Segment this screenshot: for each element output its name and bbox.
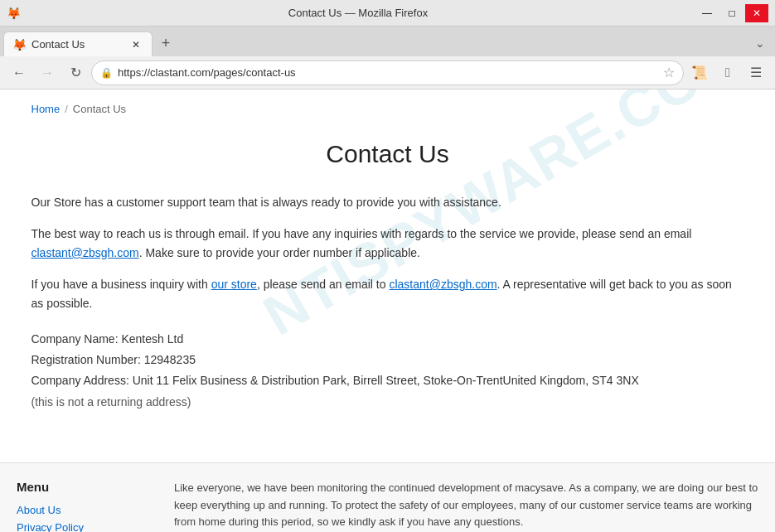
window-title: Contact Us — Mozilla Firefox xyxy=(21,7,695,19)
address-note: (this is not a returning address) xyxy=(31,392,744,413)
url-input[interactable] xyxy=(118,66,658,79)
security-icon: 🔒 xyxy=(100,67,113,79)
registration-row: Registration Number: 12948235 xyxy=(31,350,744,370)
business-paragraph-text-1: If you have a business inquiry with xyxy=(31,278,211,291)
company-info: Company Name: Kentesh Ltd Registration N… xyxy=(31,329,744,413)
maximize-button[interactable]: □ xyxy=(720,4,744,22)
business-paragraph-text-2: , please send an email to xyxy=(257,278,390,291)
tabbar: 🦊 Contact Us ✕ + ⌄ xyxy=(0,27,775,56)
firefox-icon: 🦊 xyxy=(7,7,21,20)
tab-list-button[interactable]: ⌄ xyxy=(748,31,772,55)
pocket-button[interactable]: 📜 xyxy=(687,60,712,85)
breadcrumb: Home / Contact Us xyxy=(31,89,744,123)
email-paragraph-text-2: . Make sure to provide your order number… xyxy=(139,246,420,259)
company-name-label: Company Name: xyxy=(31,332,119,346)
back-button[interactable]: ← xyxy=(7,60,31,85)
breadcrumb-home-link[interactable]: Home xyxy=(31,103,61,115)
our-store-link[interactable]: our store xyxy=(211,278,257,291)
more-button[interactable]: ☰ xyxy=(744,60,768,85)
tab-label: Contact Us xyxy=(31,38,124,51)
registration-label: Registration Number: xyxy=(31,353,141,366)
address-bar[interactable]: 🔒 ☆ xyxy=(91,60,684,85)
address-value: Unit 11 Felix Business & Distribution Pa… xyxy=(133,374,639,387)
footer-privacy-policy-link[interactable]: Privacy Policy xyxy=(17,521,141,532)
business-paragraph: If you have a business inquiry with our … xyxy=(31,275,744,312)
breadcrumb-separator: / xyxy=(65,103,68,115)
window-controls: — □ ✕ xyxy=(695,4,768,22)
tab-favicon: 🦊 xyxy=(12,38,27,51)
company-name-row: Company Name: Kentesh Ltd xyxy=(31,329,744,350)
email-paragraph: The best way to reach us is through emai… xyxy=(31,225,744,262)
page-title: Contact Us xyxy=(31,140,744,168)
email-link-1[interactable]: clastant@zbsgh.com xyxy=(31,246,139,259)
footer: Menu About Us Privacy Policy Like everyo… xyxy=(0,462,775,532)
titlebar: 🦊 Contact Us — Mozilla Firefox — □ ✕ xyxy=(0,0,775,27)
forward-button[interactable]: → xyxy=(35,60,60,85)
breadcrumb-current: Contact Us xyxy=(73,103,126,115)
active-tab[interactable]: 🦊 Contact Us ✕ xyxy=(3,31,153,56)
bookmark-star-icon[interactable]: ☆ xyxy=(663,65,675,80)
footer-right-text: Like everyone, we have been monitoring t… xyxy=(174,480,758,531)
toolbar-right-buttons: 📜 🣿 ☰ xyxy=(687,60,768,85)
page-content: NTISPYWARE.COM Home / Contact Us Contact… xyxy=(0,89,775,532)
company-name-value: Kentesh Ltd xyxy=(121,332,183,346)
footer-right-col: Like everyone, we have been monitoring t… xyxy=(174,480,758,532)
toolbar: ← → ↻ 🔒 ☆ 📜 🣿 ☰ xyxy=(0,56,775,89)
reload-button[interactable]: ↻ xyxy=(63,60,88,85)
minimize-button[interactable]: — xyxy=(695,4,719,22)
tabbar-right: ⌄ xyxy=(748,31,772,56)
extensions-button[interactable]: 🣿 xyxy=(715,60,740,85)
address-label: Company Address: xyxy=(31,374,129,387)
new-tab-button[interactable]: + xyxy=(154,31,177,55)
footer-menu-heading: Menu xyxy=(17,480,141,494)
tab-close-button[interactable]: ✕ xyxy=(128,37,143,52)
address-row: Company Address: Unit 11 Felix Business … xyxy=(31,370,744,391)
footer-menu-col: Menu About Us Privacy Policy xyxy=(17,480,141,532)
footer-about-us-link[interactable]: About Us xyxy=(17,504,141,516)
close-button[interactable]: ✕ xyxy=(745,4,768,22)
titlebar-left: 🦊 xyxy=(7,7,21,20)
email-paragraph-text: The best way to reach us is through emai… xyxy=(31,227,692,240)
email-link-2[interactable]: clastant@zbsgh.com xyxy=(389,278,496,291)
intro-paragraph: Our Store has a customer support team th… xyxy=(31,193,744,211)
registration-value: 12948235 xyxy=(144,353,196,366)
